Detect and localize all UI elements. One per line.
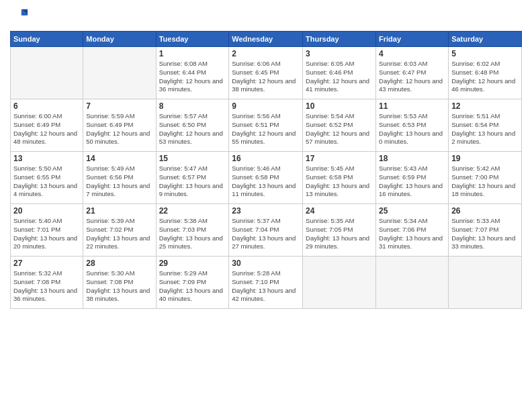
day-number: 6 [13,101,80,111]
calendar-cell: 10 Sunrise: 5:54 AM Sunset: 6:52 PM Dayl… [303,99,376,152]
header-day: Sunday [11,32,83,47]
day-number: 29 [159,259,226,268]
calendar-cell: 17 Sunrise: 5:45 AM Sunset: 6:58 PM Dayl… [303,152,376,204]
calendar-cell: 21 Sunrise: 5:39 AM Sunset: 7:02 PM Dayl… [83,204,156,257]
calendar-cell [376,257,449,309]
calendar-cell [83,47,156,99]
calendar-cell: 14 Sunrise: 5:49 AM Sunset: 6:56 PM Dayl… [83,152,156,204]
calendar-cell: 3 Sunrise: 6:05 AM Sunset: 6:46 PM Dayli… [303,47,376,99]
calendar-table: SundayMondayTuesdayWednesdayThursdayFrid… [10,31,522,309]
day-info: Sunrise: 5:51 AM Sunset: 6:54 PM Dayligh… [451,112,519,146]
calendar-week: 27 Sunrise: 5:32 AM Sunset: 7:08 PM Dayl… [11,257,522,309]
day-number: 24 [306,206,373,216]
day-number: 12 [451,101,519,111]
header-day: Monday [83,32,156,47]
day-info: Sunrise: 5:47 AM Sunset: 6:57 PM Dayligh… [159,165,226,199]
day-number: 16 [232,154,300,163]
day-number: 28 [86,259,152,268]
calendar-cell: 18 Sunrise: 5:43 AM Sunset: 6:59 PM Dayl… [376,152,449,204]
calendar-cell: 23 Sunrise: 5:37 AM Sunset: 7:04 PM Dayl… [229,204,303,257]
calendar-cell: 25 Sunrise: 5:34 AM Sunset: 7:06 PM Dayl… [376,204,449,257]
day-number: 5 [451,49,519,58]
calendar-cell: 12 Sunrise: 5:51 AM Sunset: 6:54 PM Dayl… [449,99,522,152]
day-info: Sunrise: 6:02 AM Sunset: 6:48 PM Dayligh… [451,60,519,94]
calendar-cell: 16 Sunrise: 5:46 AM Sunset: 6:58 PM Dayl… [229,152,303,204]
day-number: 21 [86,206,152,216]
day-info: Sunrise: 5:59 AM Sunset: 6:49 PM Dayligh… [86,112,152,146]
day-info: Sunrise: 5:35 AM Sunset: 7:05 PM Dayligh… [306,217,373,251]
day-number: 26 [451,206,519,216]
day-number: 2 [232,49,300,58]
day-number: 30 [232,259,300,268]
day-number: 13 [13,154,80,163]
day-number: 14 [86,154,152,163]
calendar-cell: 4 Sunrise: 6:03 AM Sunset: 6:47 PM Dayli… [376,47,449,99]
day-number: 25 [379,206,445,216]
calendar-cell: 8 Sunrise: 5:57 AM Sunset: 6:50 PM Dayli… [156,99,229,152]
header-row: SundayMondayTuesdayWednesdayThursdayFrid… [11,32,522,47]
calendar-cell: 7 Sunrise: 5:59 AM Sunset: 6:49 PM Dayli… [83,99,156,152]
day-info: Sunrise: 5:33 AM Sunset: 7:07 PM Dayligh… [451,217,519,251]
calendar-cell: 9 Sunrise: 5:56 AM Sunset: 6:51 PM Dayli… [229,99,303,152]
calendar-cell: 5 Sunrise: 6:02 AM Sunset: 6:48 PM Dayli… [449,47,522,99]
day-info: Sunrise: 5:30 AM Sunset: 7:08 PM Dayligh… [86,269,152,304]
day-number: 1 [159,49,226,58]
calendar-week: 1 Sunrise: 6:08 AM Sunset: 6:44 PM Dayli… [11,47,522,99]
day-number: 7 [86,101,152,111]
day-number: 27 [13,259,80,268]
calendar-cell: 6 Sunrise: 6:00 AM Sunset: 6:49 PM Dayli… [11,99,83,152]
day-info: Sunrise: 5:40 AM Sunset: 7:01 PM Dayligh… [13,217,80,251]
day-number: 20 [13,206,80,216]
day-number: 22 [159,206,226,216]
day-number: 9 [232,101,300,111]
day-info: Sunrise: 5:39 AM Sunset: 7:02 PM Dayligh… [86,217,152,251]
day-info: Sunrise: 5:49 AM Sunset: 6:56 PM Dayligh… [86,165,152,199]
calendar-page: SundayMondayTuesdayWednesdayThursdayFrid… [0,0,532,411]
calendar-cell: 28 Sunrise: 5:30 AM Sunset: 7:08 PM Dayl… [83,257,156,309]
day-info: Sunrise: 5:37 AM Sunset: 7:04 PM Dayligh… [232,217,300,251]
day-number: 19 [451,154,519,163]
day-info: Sunrise: 5:29 AM Sunset: 7:09 PM Dayligh… [159,269,226,304]
day-info: Sunrise: 5:28 AM Sunset: 7:10 PM Dayligh… [232,269,300,304]
day-info: Sunrise: 5:57 AM Sunset: 6:50 PM Dayligh… [159,112,226,146]
calendar-cell: 20 Sunrise: 5:40 AM Sunset: 7:01 PM Dayl… [11,204,83,257]
calendar-cell: 13 Sunrise: 5:50 AM Sunset: 6:55 PM Dayl… [11,152,83,204]
day-info: Sunrise: 6:06 AM Sunset: 6:45 PM Dayligh… [232,60,300,94]
day-info: Sunrise: 6:03 AM Sunset: 6:47 PM Dayligh… [379,60,445,94]
day-info: Sunrise: 5:56 AM Sunset: 6:51 PM Dayligh… [232,112,300,146]
logo-icon [10,7,29,26]
calendar-cell: 15 Sunrise: 5:47 AM Sunset: 6:57 PM Dayl… [156,152,229,204]
day-info: Sunrise: 5:50 AM Sunset: 6:55 PM Dayligh… [13,165,80,199]
header-day: Friday [376,32,449,47]
day-info: Sunrise: 6:05 AM Sunset: 6:46 PM Dayligh… [306,60,373,94]
day-number: 17 [306,154,373,163]
day-number: 15 [159,154,226,163]
logo [10,7,32,26]
day-info: Sunrise: 5:46 AM Sunset: 6:58 PM Dayligh… [232,165,300,199]
calendar-week: 13 Sunrise: 5:50 AM Sunset: 6:55 PM Dayl… [11,152,522,204]
calendar-week: 6 Sunrise: 6:00 AM Sunset: 6:49 PM Dayli… [11,99,522,152]
day-info: Sunrise: 5:32 AM Sunset: 7:08 PM Dayligh… [13,269,80,304]
day-number: 4 [379,49,445,58]
day-number: 10 [306,101,373,111]
calendar-cell: 26 Sunrise: 5:33 AM Sunset: 7:07 PM Dayl… [449,204,522,257]
day-number: 8 [159,101,226,111]
day-info: Sunrise: 5:42 AM Sunset: 7:00 PM Dayligh… [451,165,519,199]
calendar-cell: 1 Sunrise: 6:08 AM Sunset: 6:44 PM Dayli… [156,47,229,99]
header-day: Thursday [303,32,376,47]
calendar-cell [303,257,376,309]
day-info: Sunrise: 5:53 AM Sunset: 6:53 PM Dayligh… [379,112,445,146]
calendar-cell [11,47,83,99]
header-day: Wednesday [229,32,303,47]
day-number: 3 [306,49,373,58]
calendar-cell [449,257,522,309]
day-number: 23 [232,206,300,216]
day-info: Sunrise: 5:45 AM Sunset: 6:58 PM Dayligh… [306,165,373,199]
calendar-week: 20 Sunrise: 5:40 AM Sunset: 7:01 PM Dayl… [11,204,522,257]
header-day: Saturday [449,32,522,47]
day-info: Sunrise: 5:34 AM Sunset: 7:06 PM Dayligh… [379,217,445,251]
day-number: 18 [379,154,445,163]
header [10,7,522,26]
day-info: Sunrise: 6:08 AM Sunset: 6:44 PM Dayligh… [159,60,226,94]
calendar-cell: 22 Sunrise: 5:38 AM Sunset: 7:03 PM Dayl… [156,204,229,257]
